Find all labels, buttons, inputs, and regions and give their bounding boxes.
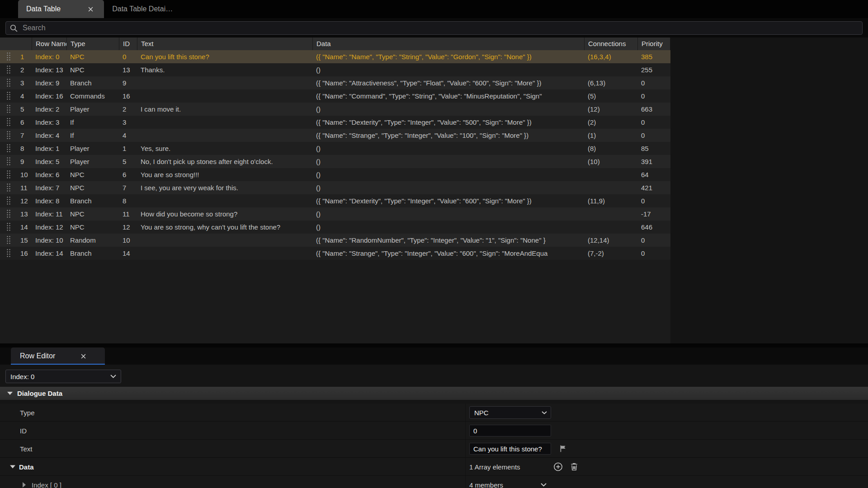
cell-data[interactable]: ({ "Name": "RandomNumber", "Type": "Inte…: [312, 234, 584, 247]
cell-row-name[interactable]: Index: 4: [32, 129, 66, 142]
cell-data[interactable]: (): [312, 142, 584, 155]
cell-type[interactable]: NPC: [66, 63, 119, 76]
table-row[interactable]: 3 Index: 9 Branch 9 ({ "Name": "Attracti…: [0, 76, 670, 89]
cell-data[interactable]: (): [312, 168, 584, 181]
cell-priority[interactable]: 0: [637, 129, 670, 142]
cell-text[interactable]: I see, you are very weak for this.: [137, 181, 312, 194]
table-row[interactable]: 1 Index: 0 NPC 0 Can you lift this stone…: [0, 50, 670, 63]
cell-type[interactable]: NPC: [66, 207, 119, 221]
cell-row-name[interactable]: Index: 6: [32, 168, 66, 181]
cell-row-name[interactable]: Index: 16: [32, 89, 66, 103]
cell-data[interactable]: (): [312, 103, 584, 116]
cell-text[interactable]: [137, 76, 312, 89]
collapse-arrow-icon[interactable]: [10, 465, 15, 468]
cell-connections[interactable]: (1): [584, 129, 637, 142]
cell-priority[interactable]: 663: [637, 103, 670, 116]
table-row[interactable]: 16 Index: 14 Branch 14 ({ "Name": "Stran…: [0, 247, 670, 260]
cell-text[interactable]: Thanks.: [137, 63, 312, 76]
cell-type[interactable]: NPC: [66, 221, 119, 234]
cell-type[interactable]: NPC: [66, 181, 119, 194]
cell-connections[interactable]: (12): [584, 103, 637, 116]
cell-type[interactable]: Player: [66, 142, 119, 155]
row-selector-dropdown[interactable]: Index: 0: [5, 370, 121, 383]
cell-connections[interactable]: (8): [584, 142, 637, 155]
cell-row-name[interactable]: Index: 5: [32, 155, 66, 168]
cell-priority[interactable]: 255: [637, 63, 670, 76]
cell-data[interactable]: (): [312, 207, 584, 221]
cell-priority[interactable]: 0: [637, 247, 670, 260]
close-tab-icon[interactable]: [78, 351, 89, 361]
cell-text[interactable]: [137, 234, 312, 247]
row-drag-handle[interactable]: [0, 76, 17, 89]
delete-elements-icon[interactable]: [571, 463, 578, 470]
cell-type[interactable]: NPC: [66, 50, 119, 63]
cell-id[interactable]: 12: [119, 221, 137, 234]
table-row[interactable]: 7 Index: 4 If 4 ({ "Name": "Strange", "T…: [0, 129, 670, 142]
column-header-id[interactable]: ID: [119, 38, 137, 50]
table-row[interactable]: 9 Index: 5 Player 5 No, I don't pick up …: [0, 155, 670, 168]
cell-data[interactable]: ({ "Name": "Strange", "Type": "Integer",…: [312, 247, 584, 260]
cell-row-name[interactable]: Index: 13: [32, 63, 66, 76]
cell-id[interactable]: 16: [119, 89, 137, 103]
cell-type[interactable]: Branch: [66, 76, 119, 89]
cell-priority[interactable]: 421: [637, 181, 670, 194]
table-row[interactable]: 12 Index: 8 Branch 8 ({ "Name": "Dexteri…: [0, 194, 670, 207]
table-row[interactable]: 13 Index: 11 NPC 11 How did you become s…: [0, 207, 670, 221]
cell-text[interactable]: You are so strong!!!: [137, 168, 312, 181]
cell-priority[interactable]: 64: [637, 168, 670, 181]
cell-type[interactable]: NPC: [66, 168, 119, 181]
cell-type[interactable]: Branch: [66, 247, 119, 260]
cell-text[interactable]: No, I don't pick up stones after eight o…: [137, 155, 312, 168]
cell-row-name[interactable]: Index: 12: [32, 221, 66, 234]
cell-priority[interactable]: 85: [637, 142, 670, 155]
table-row[interactable]: 11 Index: 7 NPC 7 I see, you are very we…: [0, 181, 670, 194]
type-dropdown[interactable]: NPC: [469, 406, 551, 419]
cell-id[interactable]: 1: [119, 142, 137, 155]
cell-data[interactable]: ({ "Name": "Strange", "Type": "Integer",…: [312, 129, 584, 142]
cell-text[interactable]: [137, 129, 312, 142]
column-header-type[interactable]: Type: [66, 38, 119, 50]
cell-text[interactable]: [137, 247, 312, 260]
cell-id[interactable]: 8: [119, 194, 137, 207]
tab-data-table[interactable]: Data Table: [18, 0, 104, 18]
flag-icon[interactable]: [560, 445, 566, 452]
cell-connections[interactable]: (6,13): [584, 76, 637, 89]
cell-row-name[interactable]: Index: 0: [32, 50, 66, 63]
cell-type[interactable]: Branch: [66, 194, 119, 207]
cell-row-name[interactable]: Index: 8: [32, 194, 66, 207]
cell-type[interactable]: Player: [66, 155, 119, 168]
collapse-arrow-icon[interactable]: [7, 392, 13, 395]
cell-priority[interactable]: 385: [637, 50, 670, 63]
cell-row-name[interactable]: Index: 9: [32, 76, 66, 89]
row-drag-handle[interactable]: [0, 129, 17, 142]
cell-connections[interactable]: [584, 63, 637, 76]
cell-id[interactable]: 5: [119, 155, 137, 168]
search-bar[interactable]: [5, 21, 863, 35]
table-row[interactable]: 4 Index: 16 Commands 16 ({ "Name": "Comm…: [0, 89, 670, 103]
row-drag-handle[interactable]: [0, 155, 17, 168]
cell-data[interactable]: (): [312, 181, 584, 194]
chevron-down-icon[interactable]: [541, 483, 547, 487]
cell-connections[interactable]: (2): [584, 116, 637, 129]
cell-row-name[interactable]: Index: 2: [32, 103, 66, 116]
cell-data[interactable]: ({ "Name": "Name", "Type": "String", "Va…: [312, 50, 584, 63]
column-header-data[interactable]: Data: [312, 38, 584, 50]
column-header-connections[interactable]: Connections: [584, 38, 637, 50]
column-header-priority[interactable]: Priority: [637, 38, 670, 50]
category-dialogue-data[interactable]: Dialogue Data: [0, 387, 868, 400]
table-row[interactable]: 6 Index: 3 If 3 ({ "Name": "Dexterity", …: [0, 116, 670, 129]
row-drag-handle[interactable]: [0, 234, 17, 247]
cell-id[interactable]: 9: [119, 76, 137, 89]
cell-priority[interactable]: 0: [637, 234, 670, 247]
row-drag-handle[interactable]: [0, 181, 17, 194]
cell-type[interactable]: Player: [66, 103, 119, 116]
cell-connections[interactable]: (5): [584, 89, 637, 103]
cell-text[interactable]: [137, 116, 312, 129]
cell-connections[interactable]: (12,14): [584, 234, 637, 247]
cell-text[interactable]: How did you become so strong?: [137, 207, 312, 221]
cell-type[interactable]: If: [66, 116, 119, 129]
tab-row-editor[interactable]: Row Editor: [11, 347, 105, 365]
cell-connections[interactable]: (10): [584, 155, 637, 168]
cell-data[interactable]: (): [312, 155, 584, 168]
tab-data-table-details[interactable]: Data Table Detai…: [104, 0, 181, 18]
